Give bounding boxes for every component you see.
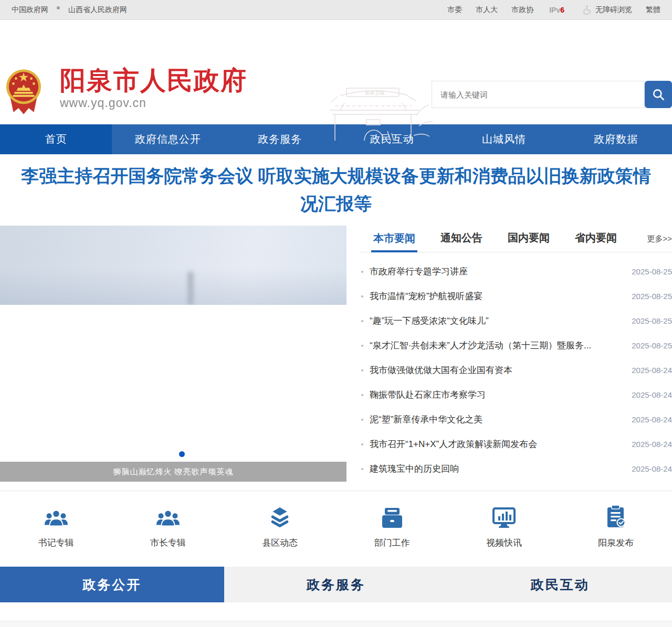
link-shizhengxie[interactable]: 市政协	[511, 5, 533, 15]
bullet-icon	[361, 345, 363, 347]
news-tabs: 本市要闻 通知公告 国内要闻 省内要闻 更多>>	[360, 226, 672, 252]
quicklink-label: 书记专辑	[38, 537, 74, 549]
news-title[interactable]: 泥“塑”新章传承中华文化之美	[370, 413, 623, 426]
news-title[interactable]: “趣”玩一下感受浓浓“文化味儿”	[370, 315, 623, 327]
news-title[interactable]: 我市召开“1+N+X”人才政策解读新闻发布会	[370, 438, 623, 450]
people-group-icon	[155, 505, 181, 528]
quicklink-video-news[interactable]: 视频快讯	[448, 505, 560, 549]
news-date: 2025-08-24	[632, 415, 672, 424]
ipv6-six: 6	[560, 6, 564, 14]
news-list-item[interactable]: 我市温情“宠粉”护航视听盛宴 2025-08-25	[360, 284, 672, 309]
bullet-icon	[361, 271, 363, 273]
topbar-left-links: 中国政府网 山西省人民政府网	[12, 5, 134, 15]
quicklink-county-news[interactable]: 县区动态	[224, 505, 336, 549]
site-logo[interactable]: 阳泉市人民政府 www.yq.gov.cn	[5, 67, 247, 115]
carousel-indicator-dot[interactable]	[179, 451, 185, 457]
link-shanxi-gov[interactable]: 山西省人民政府网	[68, 5, 127, 15]
news-date: 2025-08-25	[632, 316, 672, 325]
news-title[interactable]: 我市温情“宠粉”护航视听盛宴	[370, 290, 623, 302]
ipv6-prefix: IPv	[549, 6, 560, 14]
main-content-row: 狮脑山巅忆烽火 嘹亮歌声颂英魂 本市要闻 通知公告 国内要闻 省内要闻 更多>>…	[0, 226, 672, 491]
topbar-right-links: 市委 市人大 市政协 IPv6 无障碍浏览 繁體	[434, 5, 660, 15]
nav-item-gov-data[interactable]: 政府数据	[560, 124, 672, 154]
quicklink-label: 县区动态	[262, 537, 298, 549]
ipv6-badge[interactable]: IPv6	[549, 6, 564, 14]
search-input[interactable]	[432, 81, 645, 108]
news-title[interactable]: “泉才汇智·共创未来”人才沙龙活动（第十三期）暨服务...	[370, 339, 623, 352]
svg-text:阳泉古城: 阳泉古城	[365, 90, 384, 95]
site-url: www.yq.gov.cn	[60, 96, 247, 110]
link-china-gov[interactable]: 中国政府网	[12, 5, 48, 15]
news-list-item[interactable]: 鞠振带队赴石家庄市考察学习 2025-08-24	[360, 382, 672, 407]
news-list-item[interactable]: “趣”玩一下感受浓浓“文化味儿” 2025-08-25	[360, 309, 672, 333]
tab-city-news[interactable]: 本市要闻	[371, 231, 417, 252]
page: 中国政府网 山西省人民政府网 市委 市人大 市政协 IPv6 无障碍浏览 繁體	[0, 0, 672, 627]
quick-links-row: 书记专辑 市长专辑	[0, 491, 672, 567]
top-headline-link[interactable]: 李强主持召开国务院常务会议 听取实施大规模设备更新和消费品以旧换新政策情况汇报等	[17, 162, 655, 217]
news-title[interactable]: 鞠振带队赴石家庄市考察学习	[370, 389, 623, 401]
more-link[interactable]: 更多>>	[647, 234, 672, 252]
quicklink-label: 视频快讯	[486, 537, 522, 549]
news-list-item[interactable]: 泥“塑”新章传承中华文化之美 2025-08-24	[360, 407, 672, 432]
accessibility-label: 无障碍浏览	[595, 5, 632, 15]
nav-item-info-disclosure[interactable]: 政府信息公开	[112, 124, 224, 154]
bullet-icon	[361, 468, 363, 470]
nav-item-home[interactable]: 首页	[0, 124, 112, 154]
news-list-item[interactable]: 建筑瑰宝中的历史回响 2025-08-24	[360, 456, 672, 481]
news-title[interactable]: 市政府举行专题学习讲座	[370, 265, 623, 278]
quicklink-secretary-album[interactable]: 书记专辑	[0, 505, 112, 549]
bullet-icon	[361, 419, 363, 421]
link-shiwei[interactable]: 市委	[447, 5, 462, 15]
magnifier-icon	[652, 88, 665, 101]
link-shirenda[interactable]: 市人大	[476, 5, 498, 15]
accessibility-link[interactable]: 无障碍浏览	[582, 5, 632, 15]
news-carousel[interactable]: 狮脑山巅忆烽火 嘹亮歌声颂英魂	[0, 226, 346, 483]
quicklink-department-work[interactable]: 部门工作	[336, 505, 448, 549]
site-title: 阳泉市人民政府	[60, 67, 247, 94]
tab-notices[interactable]: 通知公告	[438, 231, 485, 252]
news-list: 市政府举行专题学习讲座 2025-08-25 我市温情“宠粉”护航视听盛宴 20…	[360, 252, 672, 481]
news-date: 2025-08-24	[632, 464, 672, 473]
carousel-slide-image[interactable]	[0, 226, 346, 305]
news-date: 2025-08-25	[632, 292, 672, 301]
quicklink-mayor-album[interactable]: 市长专辑	[112, 505, 224, 549]
quicklink-label: 市长专辑	[150, 537, 186, 549]
nav-item-city-scenery[interactable]: 山城风情	[448, 124, 560, 154]
news-title[interactable]: 建筑瑰宝中的历史回响	[370, 463, 623, 475]
people-group-icon	[44, 505, 69, 528]
tab-national-news[interactable]: 国内要闻	[506, 231, 552, 252]
bottom-strip	[0, 602, 672, 627]
news-date: 2025-08-25	[632, 341, 672, 350]
news-title[interactable]: 我市做强做优做大国有企业国有资本	[370, 364, 623, 376]
search-button[interactable]	[645, 81, 672, 108]
bottom-section-tabs: 政务公开 政务服务 政民互动	[0, 567, 672, 602]
quicklink-yangquan-release[interactable]: 阳泉发布	[560, 505, 672, 549]
wheelchair-icon	[582, 5, 592, 15]
tab-provincial-news[interactable]: 省内要闻	[573, 231, 619, 252]
quicklink-label: 部门工作	[374, 537, 410, 549]
section-divider	[0, 621, 672, 627]
bullet-icon	[361, 369, 363, 371]
tab-gov-disclosure[interactable]: 政务公开	[0, 567, 224, 602]
news-date: 2025-08-24	[632, 440, 672, 449]
news-list-item[interactable]: 我市召开“1+N+X”人才政策解读新闻发布会 2025-08-24	[360, 432, 672, 456]
traditional-chinese-link[interactable]: 繁體	[646, 5, 660, 15]
clipboard-check-icon	[605, 505, 626, 528]
news-date: 2025-08-25	[632, 267, 672, 276]
layers-icon	[269, 505, 291, 528]
news-list-item[interactable]: 我市做强做优做大国有企业国有资本 2025-08-24	[360, 358, 672, 382]
bullet-icon	[361, 320, 363, 322]
tab-gov-services[interactable]: 政务服务	[224, 567, 448, 602]
tab-public-interaction[interactable]: 政民互动	[448, 567, 672, 602]
news-date: 2025-08-24	[632, 390, 672, 399]
news-list-item[interactable]: “泉才汇智·共创未来”人才沙龙活动（第十三期）暨服务... 2025-08-25	[360, 333, 672, 358]
national-emblem-icon	[5, 67, 42, 115]
site-title-block: 阳泉市人民政府 www.yq.gov.cn	[60, 67, 247, 110]
monitor-chart-icon	[492, 505, 516, 528]
headline-section: 李强主持召开国务院常务会议 听取实施大规模设备更新和消费品以旧换新政策情况汇报等	[0, 154, 672, 226]
news-panel: 本市要闻 通知公告 国内要闻 省内要闻 更多>> 市政府举行专题学习讲座 202…	[360, 226, 672, 491]
news-list-item[interactable]: 市政府举行专题学习讲座 2025-08-25	[360, 259, 672, 284]
carousel-caption: 狮脑山巅忆烽火 嘹亮歌声颂英魂	[0, 462, 346, 482]
bullet-icon	[361, 394, 363, 396]
dot-separator-icon	[57, 6, 60, 9]
